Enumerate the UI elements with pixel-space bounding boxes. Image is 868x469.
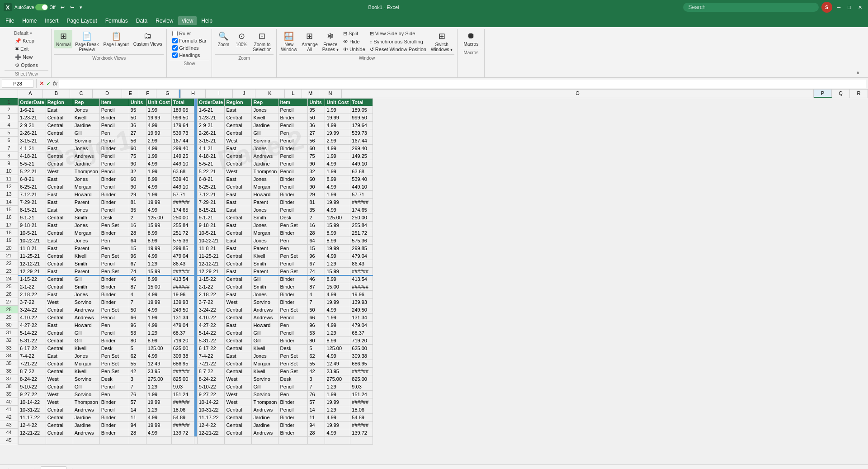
cell-r2c13[interactable]: 1.99 <box>325 106 350 114</box>
col-header-m[interactable]: M <box>302 90 319 98</box>
cell-r25c5[interactable]: 87 <box>129 283 146 291</box>
cell-r14c2[interactable]: East <box>46 199 73 206</box>
cell-r19c5[interactable]: 64 <box>129 237 146 245</box>
cell-r16c4[interactable]: Desk <box>99 214 129 222</box>
cell-r16c14[interactable]: 250.00 <box>350 214 373 222</box>
cell-r14c1[interactable]: 7-29-21 <box>19 199 46 206</box>
cell-r16c9[interactable]: Central <box>225 214 252 222</box>
cell-r30c9[interactable]: East <box>225 322 252 329</box>
cell-r5c5[interactable]: 27 <box>129 129 146 137</box>
cell-r41c9[interactable]: Central <box>225 406 252 414</box>
cell-r31c3[interactable]: Gill <box>73 329 99 337</box>
cell-r33c6[interactable]: 125.00 <box>146 345 171 352</box>
cell-r21c6[interactable]: 4.99 <box>146 252 171 260</box>
empty-cell-45-10[interactable] <box>252 437 278 445</box>
add-sheet-button[interactable]: + <box>66 466 78 469</box>
cell-r37c2[interactable]: West <box>46 375 73 383</box>
cell-r39c4[interactable]: Pen <box>99 391 129 398</box>
cell-r7c2[interactable]: East <box>46 145 73 152</box>
cell-r12c6[interactable]: 4.99 <box>146 183 171 191</box>
cell-r22c5[interactable]: 67 <box>129 260 146 268</box>
ruler-checkbox[interactable] <box>172 31 178 36</box>
unhide-button[interactable]: 👁 Unhide <box>341 46 367 53</box>
cell-r3c8[interactable]: 1-23-21 <box>197 114 225 122</box>
col-header-q[interactable]: Q <box>832 90 850 98</box>
cell-r25c12[interactable]: 87 <box>308 283 325 291</box>
row-header-39[interactable]: 39 <box>0 390 18 398</box>
cell-r35c3[interactable]: Morgan <box>73 360 99 368</box>
row-header-33[interactable]: 33 <box>0 344 18 352</box>
cell-r18c3[interactable]: Morgan <box>73 229 99 237</box>
row-header-13[interactable]: 13 <box>0 190 18 198</box>
cell-r23c2[interactable]: East <box>46 268 73 275</box>
cell-r2c4[interactable]: Pencil <box>99 106 129 114</box>
cell-r36c13[interactable]: 23.95 <box>325 368 350 375</box>
cell-r31c8[interactable]: 5-14-22 <box>197 329 225 337</box>
cell-r12c8[interactable]: 6-25-21 <box>197 183 225 191</box>
cell-r43c7[interactable]: ###### <box>171 422 194 429</box>
cell-r21c7[interactable]: 479.04 <box>171 252 194 260</box>
cell-r33c4[interactable]: Desk <box>99 345 129 352</box>
row-header-9[interactable]: 9 <box>0 160 18 167</box>
cell-r23c10[interactable]: Parent <box>252 268 278 275</box>
cell-r14c8[interactable]: 7-29-21 <box>197 199 225 206</box>
arrange-all-button[interactable]: ⊞ ArrangeAll <box>300 30 320 53</box>
cell-r7c4[interactable]: Binder <box>99 145 129 152</box>
cell-l1[interactable]: Units <box>308 99 325 106</box>
cell-r42c11[interactable]: Binder <box>278 414 308 422</box>
row-header-15[interactable]: 15 <box>0 206 18 213</box>
cell-r36c2[interactable]: Central <box>46 368 73 375</box>
cell-r18c8[interactable]: 10-5-21 <box>197 229 225 237</box>
cell-r34c1[interactable]: 7-4-22 <box>19 352 46 360</box>
cell-r30c13[interactable]: 4.99 <box>325 322 350 329</box>
formula-bar-checkbox-label[interactable]: Formula Bar <box>172 38 207 43</box>
cell-r40c5[interactable]: 57 <box>129 398 146 406</box>
cell-r12c3[interactable]: Morgan <box>73 183 99 191</box>
cell-r24c5[interactable]: 46 <box>129 275 146 283</box>
cell-r6c7[interactable]: 167.44 <box>171 137 194 145</box>
cell-r17c7[interactable]: 255.84 <box>171 222 194 229</box>
insert-function-icon[interactable]: fx <box>53 80 57 87</box>
row-header-14[interactable]: 14 <box>0 198 18 206</box>
cell-r10c4[interactable]: Pencil <box>99 168 129 175</box>
row-header-36[interactable]: 36 <box>0 367 18 375</box>
cell-r43c3[interactable]: Jardine <box>73 422 99 429</box>
cell-r41c14[interactable]: 18.06 <box>350 406 373 414</box>
cell-r43c10[interactable]: Jardine <box>252 422 278 429</box>
cell-r22c2[interactable]: Central <box>46 260 73 268</box>
cell-r33c13[interactable]: 125.00 <box>325 345 350 352</box>
cell-r34c2[interactable]: East <box>46 352 73 360</box>
cell-r12c5[interactable]: 90 <box>129 183 146 191</box>
confirm-icon[interactable]: ✓ <box>46 80 51 87</box>
cell-r36c1[interactable]: 8-7-22 <box>19 368 46 375</box>
cell-r9c11[interactable]: Pencil <box>278 160 308 168</box>
cell-r30c3[interactable]: Howard <box>73 322 99 329</box>
cell-r32c3[interactable]: Gill <box>73 337 99 345</box>
cell-r26c8[interactable]: 2-18-22 <box>197 291 225 298</box>
cell-r42c12[interactable]: 11 <box>308 414 325 422</box>
empty-cell-45-9[interactable] <box>225 437 252 445</box>
empty-cell-45-1[interactable] <box>46 437 73 445</box>
cell-r21c12[interactable]: 96 <box>308 252 325 260</box>
gridlines-checkbox-label[interactable]: Gridlines <box>172 45 207 51</box>
cell-r32c8[interactable]: 5-31-22 <box>197 337 225 345</box>
cell-r9c7[interactable]: 449.10 <box>171 160 194 168</box>
cell-r2c6[interactable]: 1.99 <box>146 106 171 114</box>
cell-r14c10[interactable]: Parent <box>252 199 278 206</box>
cell-r21c2[interactable]: Central <box>46 252 73 260</box>
cell-r32c2[interactable]: Central <box>46 337 73 345</box>
cell-r16c8[interactable]: 9-1-21 <box>197 214 225 222</box>
col-header-o[interactable]: O <box>342 90 814 98</box>
cell-r44c13[interactable]: 4.99 <box>325 429 350 437</box>
cell-r5c3[interactable]: Gill <box>73 129 99 137</box>
cell-r36c7[interactable]: ###### <box>171 368 194 375</box>
cell-r19c10[interactable]: Jones <box>252 237 278 245</box>
cell-r13c1[interactable]: 7-12-21 <box>19 191 46 199</box>
cell-r40c9[interactable]: West <box>225 398 252 406</box>
cell-r19c4[interactable]: Pen <box>99 237 129 245</box>
cell-k1[interactable]: Item <box>278 99 308 106</box>
col-header-g[interactable]: G <box>156 90 179 98</box>
sync-scroll-button[interactable]: ↕ Synchronous Scrolling <box>368 38 428 45</box>
cell-r33c7[interactable]: 625.00 <box>171 345 194 352</box>
headings-checkbox[interactable] <box>172 52 178 58</box>
